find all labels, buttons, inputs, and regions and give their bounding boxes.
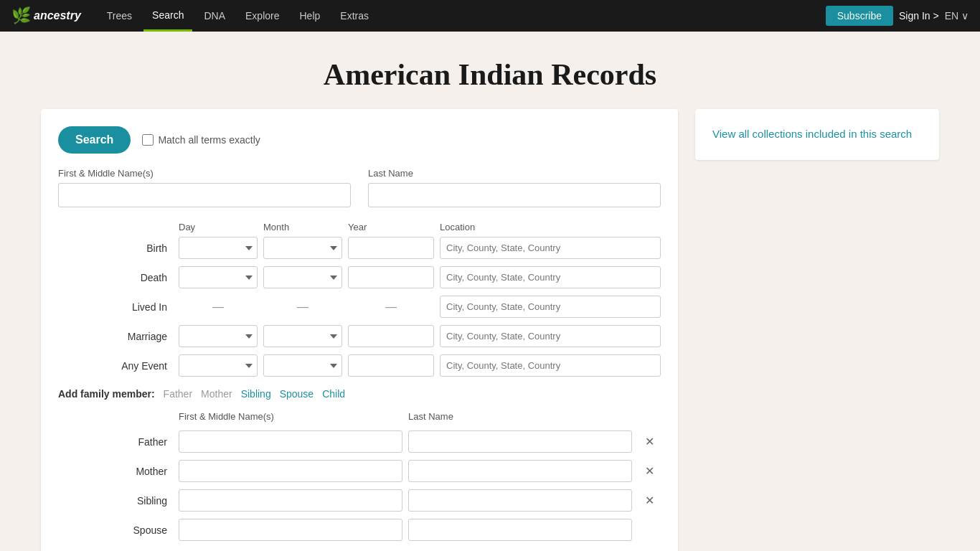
family-link-sibling[interactable]: Sibling [241, 388, 271, 400]
family-row-sibling: Sibling ✕ [58, 489, 661, 512]
family-row-mother: Mother ✕ [58, 460, 661, 482]
day-header: Day [179, 222, 258, 232]
lived-in-location-input[interactable] [440, 296, 661, 318]
lived-in-row: Lived In — — — [58, 296, 661, 318]
family-row-father: Father ✕ [58, 430, 661, 453]
father-remove-button[interactable]: ✕ [638, 435, 661, 448]
search-top-bar: Search Match all terms exactly [58, 126, 661, 154]
main-nav: 🌿 ancestry Trees Search DNA Explore Help… [0, 0, 980, 32]
logo[interactable]: 🌿 ancestry [11, 6, 81, 25]
family-link-spouse[interactable]: Spouse [280, 388, 314, 400]
death-day-select[interactable] [179, 266, 258, 288]
search-button[interactable]: Search [58, 126, 131, 154]
family-member-headers: First & Middle Name(s) Last Name [58, 411, 661, 426]
month-header: Month [263, 222, 342, 232]
page-title: American Indian Records [0, 57, 980, 92]
birth-year-input[interactable] [348, 237, 434, 259]
mother-last-name-input[interactable] [408, 460, 632, 482]
family-section: Add family member: Father Mother Sibling… [58, 388, 661, 541]
sibling-label: Sibling [58, 495, 173, 507]
language-button[interactable]: EN ∨ [945, 10, 969, 22]
nav-link-dna[interactable]: DNA [195, 0, 234, 32]
collections-link[interactable]: View all collections included in this se… [712, 128, 912, 140]
birth-day-select[interactable] [179, 237, 258, 259]
nav-link-explore[interactable]: Explore [237, 0, 288, 32]
match-exactly-label[interactable]: Match all terms exactly [142, 134, 260, 146]
first-middle-label: First & Middle Name(s) [58, 168, 351, 179]
family-link-child[interactable]: Child [322, 388, 345, 400]
birth-label: Birth [58, 242, 173, 254]
marriage-month-select[interactable] [263, 325, 342, 347]
sidebar: View all collections included in this se… [695, 109, 939, 551]
add-family-bar: Add family member: Father Mother Sibling… [58, 388, 661, 400]
family-first-middle-header: First & Middle Name(s) [179, 411, 402, 422]
spouse-first-middle-input[interactable] [179, 519, 402, 541]
sibling-first-middle-input[interactable] [179, 489, 402, 512]
nav-right: Subscribe Sign In > EN ∨ [826, 6, 969, 26]
main-layout: Search Match all terms exactly First & M… [24, 109, 956, 551]
any-event-location-input[interactable] [440, 354, 661, 377]
collections-card: View all collections included in this se… [695, 109, 939, 160]
search-card: Search Match all terms exactly First & M… [41, 109, 678, 551]
nav-link-help[interactable]: Help [291, 0, 329, 32]
last-name-label: Last Name [368, 168, 661, 179]
marriage-day-select[interactable] [179, 325, 258, 347]
nav-link-extras[interactable]: Extras [331, 0, 377, 32]
death-label: Death [58, 272, 173, 283]
any-event-month-select[interactable] [263, 354, 342, 377]
signin-button[interactable]: Sign In > [899, 10, 939, 22]
family-link-father[interactable]: Father [164, 388, 192, 400]
family-row-spouse: Spouse [58, 519, 661, 541]
subscribe-button[interactable]: Subscribe [826, 6, 893, 26]
family-remove-header [638, 411, 661, 426]
nav-link-trees[interactable]: Trees [98, 0, 141, 32]
any-event-day-select[interactable] [179, 354, 258, 377]
location-header: Location [440, 222, 661, 232]
spouse-last-name-input[interactable] [408, 519, 632, 541]
last-name-input[interactable] [368, 183, 661, 207]
death-row: Death [58, 266, 661, 288]
marriage-year-input[interactable] [348, 325, 434, 347]
add-family-label: Add family member: [58, 388, 155, 400]
lived-in-month-dash: — [263, 301, 342, 314]
father-label: Father [58, 436, 173, 448]
any-event-label: Any Event [58, 360, 173, 372]
first-middle-group: First & Middle Name(s) [58, 168, 351, 207]
marriage-label: Marriage [58, 331, 173, 342]
spouse-label: Spouse [58, 524, 173, 536]
lived-in-year-dash: — [348, 301, 434, 314]
nav-link-search[interactable]: Search [143, 0, 192, 32]
father-last-name-input[interactable] [408, 430, 632, 453]
last-name-group: Last Name [368, 168, 661, 207]
match-exactly-checkbox[interactable] [142, 134, 154, 146]
lived-in-label: Lived In [58, 301, 173, 313]
mother-remove-button[interactable]: ✕ [638, 464, 661, 478]
death-year-input[interactable] [348, 266, 434, 288]
match-exactly-text: Match all terms exactly [158, 134, 260, 146]
logo-text: ancestry [34, 9, 81, 22]
first-middle-input[interactable] [58, 183, 351, 207]
nav-links: Trees Search DNA Explore Help Extras [98, 0, 826, 32]
father-first-middle-input[interactable] [179, 430, 402, 453]
birth-row: Birth [58, 237, 661, 259]
event-headers: Day Month Year Location [58, 222, 661, 232]
sibling-last-name-input[interactable] [408, 489, 632, 512]
logo-leaf-icon: 🌿 [11, 6, 31, 25]
birth-month-select[interactable] [263, 237, 342, 259]
mother-first-middle-input[interactable] [179, 460, 402, 482]
page-title-area: American Indian Records [0, 32, 980, 109]
family-link-mother[interactable]: Mother [201, 388, 232, 400]
birth-location-input[interactable] [440, 237, 661, 259]
any-event-row: Any Event [58, 354, 661, 377]
event-header-spacer [58, 222, 173, 232]
marriage-row: Marriage [58, 325, 661, 347]
name-fields: First & Middle Name(s) Last Name [58, 168, 661, 207]
any-event-year-input[interactable] [348, 354, 434, 377]
sibling-remove-button[interactable]: ✕ [638, 494, 661, 507]
lived-in-day-dash: — [179, 301, 258, 314]
marriage-location-input[interactable] [440, 325, 661, 347]
mother-label: Mother [58, 466, 173, 477]
year-header: Year [348, 222, 434, 232]
death-location-input[interactable] [440, 266, 661, 288]
death-month-select[interactable] [263, 266, 342, 288]
